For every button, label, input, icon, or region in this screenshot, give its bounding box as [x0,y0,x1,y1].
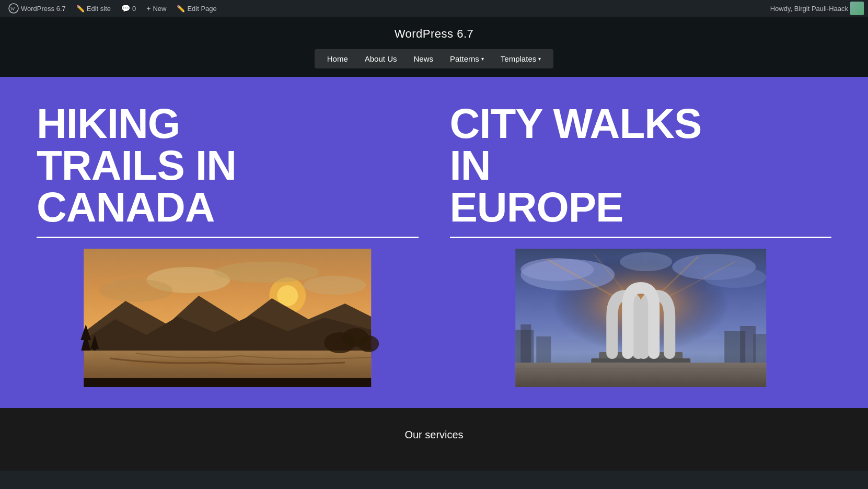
patterns-chevron-icon: ▾ [481,56,484,62]
edit-page-icon: ✏️ [177,5,185,13]
svg-point-18 [214,368,319,375]
site-header: WordPress 6.7 Home About Us News Pattern… [0,17,868,77]
svg-point-21 [358,335,379,352]
wp-version-label: WordPress 6.7 [21,5,66,13]
nav-home[interactable]: Home [319,51,356,66]
new-label: New [153,5,166,13]
nav-patterns[interactable]: Patterns ▾ [442,51,492,66]
europe-sculpture-image [450,249,832,387]
canada-hero-title: HIKINGTRAILS INCANADA [37,103,419,238]
wp-logo-item[interactable]: W WordPress 6.7 [4,0,70,17]
comments-count: 0 [132,5,136,13]
navigation-bar: Home About Us News Patterns ▾ Templates … [315,49,553,68]
nav-patterns-label: Patterns [450,54,479,63]
svg-point-4 [277,285,298,306]
svg-point-7 [303,276,366,295]
europe-title-text: CITY WALKSINEUROPE [450,100,702,230]
edit-page-item[interactable]: ✏️ Edit Page [172,0,221,17]
main-content: HIKINGTRAILS INCANADA [0,77,868,408]
comments-item[interactable]: 💬 0 [117,0,140,17]
site-title: WordPress 6.7 [0,27,868,41]
svg-rect-22 [84,378,371,387]
footer-services-label: Our services [404,429,463,441]
footer-area: Our services [0,408,868,471]
svg-point-26 [520,258,594,281]
svg-rect-38 [520,324,531,364]
nav-news[interactable]: News [405,51,442,66]
howdy-text: Howdy, Birgit Pauli-Haack [770,5,848,13]
comment-icon: 💬 [121,4,130,13]
hero-card-europe[interactable]: CITY WALKSINEUROPE [434,77,848,408]
nav-home-label: Home [327,54,348,63]
canada-landscape-image [37,249,419,387]
plus-icon: + [146,4,151,13]
hero-grid: HIKINGTRAILS INCANADA [0,77,868,408]
svg-point-8 [99,279,172,302]
pencil-icon: ✏️ [76,5,85,13]
canada-title-text: HIKINGTRAILS INCANADA [37,100,236,230]
europe-hero-title: CITY WALKSINEUROPE [450,103,832,238]
svg-point-6 [214,262,319,283]
nav-templates-label: Templates [501,54,536,63]
nav-about-us-label: About Us [365,54,397,63]
nav-templates[interactable]: Templates ▾ [492,51,549,66]
hero-card-canada[interactable]: HIKINGTRAILS INCANADA [21,77,434,408]
admin-bar-right: Howdy, Birgit Pauli-Haack [770,0,864,17]
nav-news-label: News [413,54,433,63]
svg-point-29 [620,252,672,271]
edit-site-label: Edit site [87,5,111,13]
svg-rect-42 [753,334,766,364]
admin-bar: W WordPress 6.7 ✏️ Edit site 💬 0 + New ✏… [0,0,868,17]
edit-page-label: Edit Page [187,5,216,13]
svg-point-28 [703,267,766,288]
svg-text:W: W [10,6,15,11]
svg-rect-39 [536,336,551,364]
templates-chevron-icon: ▾ [538,56,541,62]
nav-about-us[interactable]: About Us [356,51,406,66]
wp-logo-icon: W [8,3,19,14]
edit-site-item[interactable]: ✏️ Edit site [72,0,115,17]
admin-avatar[interactable] [850,2,864,15]
new-item[interactable]: + New [142,0,170,17]
